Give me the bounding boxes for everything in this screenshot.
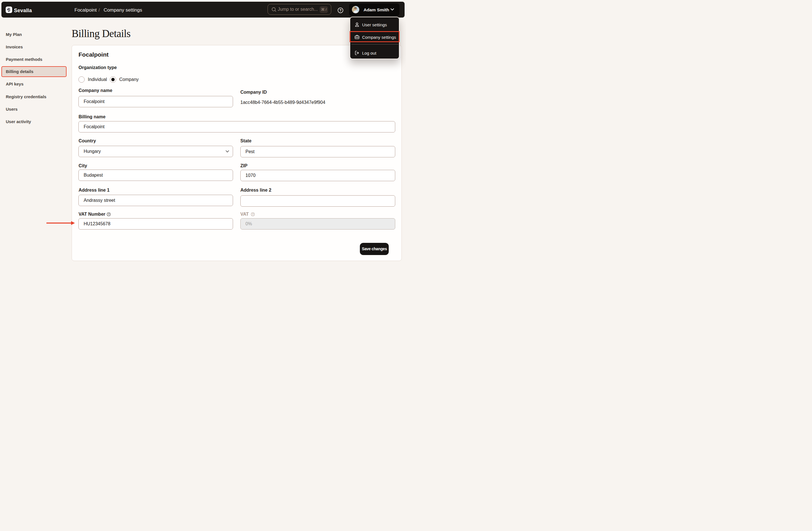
svg-text:?: ?	[339, 8, 342, 13]
svg-text:?: ?	[108, 213, 110, 216]
svg-text:?: ?	[252, 213, 254, 216]
